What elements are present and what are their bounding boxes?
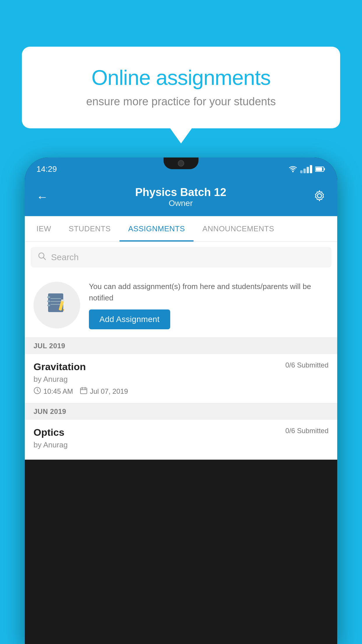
svg-point-4 <box>317 194 321 198</box>
notebook-icon <box>45 291 68 319</box>
assignment-item-optics[interactable]: Optics 0/6 Submitted by Anurag <box>25 420 337 460</box>
assignment-meta: 10:45 AM Jul 07, 2019 <box>34 387 328 396</box>
search-bar[interactable]: Search <box>31 247 331 267</box>
tab-students[interactable]: STUDENTS <box>60 216 120 242</box>
clock-icon <box>34 387 41 396</box>
assignment-submitted: 0/6 Submitted <box>285 361 328 369</box>
meta-time-value: 10:45 AM <box>43 387 73 396</box>
app-header: ← Physics Batch 12 Owner <box>25 181 337 216</box>
svg-rect-3 <box>316 167 322 171</box>
signal-icon <box>300 165 312 173</box>
assignment-item-gravitation[interactable]: Gravitation 0/6 Submitted by Anurag 10:4… <box>25 354 337 403</box>
wifi-icon <box>289 166 297 172</box>
status-time: 14:29 <box>36 164 57 174</box>
tab-announcements[interactable]: ANNOUNCEMENTS <box>194 216 283 242</box>
search-icon <box>38 252 46 263</box>
settings-button[interactable] <box>313 190 326 204</box>
svg-rect-9 <box>47 300 50 302</box>
search-placeholder-text: Search <box>51 252 79 262</box>
phone-content: Search <box>25 242 337 460</box>
battery-icon <box>315 166 326 172</box>
tab-bar: IEW STUDENTS ASSIGNMENTS ANNOUNCEMENTS <box>25 216 337 242</box>
speech-bubble-container: Online assignments ensure more practice … <box>22 47 340 128</box>
phone-notch <box>164 158 198 169</box>
svg-rect-11 <box>50 298 61 299</box>
status-icons <box>289 165 326 173</box>
meta-date-value: Jul 07, 2019 <box>90 387 128 396</box>
assignment-author-optics: by Anurag <box>34 440 328 449</box>
svg-rect-13 <box>50 304 61 305</box>
assignment-submitted-optics: 0/6 Submitted <box>285 427 328 435</box>
promo-text: You can add assignment(s) from here and … <box>89 281 328 304</box>
meta-date: Jul 07, 2019 <box>80 387 128 396</box>
phone-device: 14:29 <box>25 158 337 644</box>
add-assignment-button[interactable]: Add Assignment <box>89 309 170 329</box>
assignment-title-optics: Optics <box>34 427 64 438</box>
assignment-header: Gravitation 0/6 Submitted <box>34 361 328 372</box>
promo-right: You can add assignment(s) from here and … <box>89 281 328 329</box>
back-button[interactable]: ← <box>36 190 48 204</box>
header-title-area: Physics Batch 12 Owner <box>135 186 226 208</box>
svg-rect-10 <box>47 304 50 306</box>
month-separator-jun: JUN 2019 <box>25 403 337 420</box>
promo-box: You can add assignment(s) from here and … <box>25 273 337 338</box>
header-title: Physics Batch 12 <box>135 186 226 199</box>
month-separator-jul: JUL 2019 <box>25 338 337 354</box>
assignment-title: Gravitation <box>34 361 86 372</box>
speech-bubble-title: Online assignments <box>45 66 317 90</box>
search-container: Search <box>25 242 337 273</box>
calendar-icon <box>80 387 87 396</box>
assignment-header-optics: Optics 0/6 Submitted <box>34 427 328 438</box>
tab-iew[interactable]: IEW <box>28 216 60 242</box>
svg-rect-8 <box>47 296 50 298</box>
speech-bubble-subtitle: ensure more practice for your students <box>45 95 317 108</box>
speech-bubble: Online assignments ensure more practice … <box>22 47 340 128</box>
gear-icon <box>313 190 326 202</box>
svg-point-0 <box>292 171 294 172</box>
promo-icon-circle <box>34 282 80 328</box>
svg-rect-20 <box>80 388 87 394</box>
svg-line-6 <box>43 258 45 260</box>
svg-rect-12 <box>50 301 61 302</box>
svg-rect-2 <box>324 168 325 170</box>
phone-camera <box>178 160 184 167</box>
status-bar: 14:29 <box>25 158 337 181</box>
header-subtitle: Owner <box>135 199 226 208</box>
meta-time: 10:45 AM <box>34 387 73 396</box>
svg-line-19 <box>37 391 38 391</box>
tab-assignments[interactable]: ASSIGNMENTS <box>120 216 194 242</box>
assignment-author: by Anurag <box>34 375 328 384</box>
